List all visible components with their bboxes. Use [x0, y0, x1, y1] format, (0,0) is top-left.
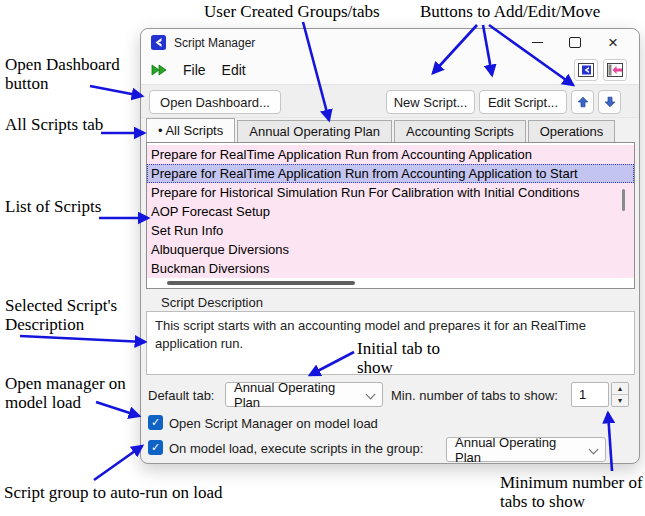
dock-arrow-icon	[607, 63, 623, 77]
annotation-initial-tab: Initial tab to show	[357, 339, 443, 377]
arrow-down-icon	[604, 96, 616, 108]
minimize-icon	[532, 42, 543, 43]
stepper-down-button[interactable]	[612, 395, 628, 406]
close-icon	[608, 34, 618, 52]
vertical-scrollbar[interactable]	[622, 189, 625, 211]
script-group-tabs: • All Scripts Annual Operating Plan Acco…	[141, 118, 639, 142]
default-tab-label: Default tab:	[148, 388, 215, 403]
app-icon	[151, 35, 166, 50]
close-button[interactable]	[601, 33, 625, 53]
annotation-open-dashboard: Open Dashboard button	[5, 55, 133, 93]
new-script-button[interactable]: New Script...	[386, 90, 475, 114]
annotation-open-manager: Open manager on model load	[5, 374, 143, 412]
list-item[interactable]: AOP Forecast Setup	[147, 202, 634, 221]
dock-window-button[interactable]	[603, 59, 627, 81]
list-item[interactable]: Albuquerque Diversions	[147, 240, 634, 259]
list-item[interactable]: Set Run Info	[147, 221, 634, 240]
toolbar: Open Dashboard... New Script... Edit Scr…	[141, 84, 639, 118]
default-tab-value: Annual Operating Plan	[234, 380, 360, 410]
min-tabs-input[interactable]: 1	[571, 382, 609, 407]
edit-script-button[interactable]: Edit Script...	[479, 90, 567, 114]
menu-bar: File Edit	[141, 56, 639, 84]
annotation-selected-description: Selected Script's Description	[5, 296, 137, 334]
tab-accounting-scripts[interactable]: Accounting Scripts	[394, 120, 526, 142]
annotation-list-of-scripts: List of Scripts	[5, 197, 101, 216]
open-on-load-checkbox[interactable]	[148, 415, 163, 430]
script-manager-window: Script Manager File Edit	[140, 28, 640, 464]
maximize-icon	[569, 37, 581, 48]
minimize-button[interactable]	[525, 33, 549, 53]
annotation-all-scripts: All Scripts tab	[5, 115, 103, 134]
tab-annual-operating-plan[interactable]: Annual Operating Plan	[237, 120, 392, 142]
title-bar: Script Manager	[141, 29, 639, 56]
open-on-load-label: Open Script Manager on model load	[169, 416, 378, 431]
tab-all-scripts[interactable]: • All Scripts	[146, 118, 235, 142]
script-description-label: Script Description	[161, 295, 263, 310]
execute-group-label: On model load, execute scripts in the gr…	[169, 441, 423, 456]
run-scripts-icon[interactable]	[151, 64, 167, 76]
annotated-screenshot: User Created Groups/tabs Buttons to Add/…	[0, 0, 645, 516]
list-item[interactable]: Buckman Diversions	[147, 259, 634, 278]
tab-operations[interactable]: Operations	[528, 120, 616, 142]
menu-edit[interactable]: Edit	[214, 60, 254, 80]
min-tabs-label: Min. number of tabs to show:	[391, 388, 558, 403]
annotation-add-edit-move: Buttons to Add/Edit/Move	[420, 2, 600, 21]
annotation-user-groups: User Created Groups/tabs	[204, 2, 380, 21]
execute-group-checkbox[interactable]	[148, 440, 163, 455]
annotation-min-tabs: Minimum number of tabs to show	[500, 473, 645, 511]
move-down-button[interactable]	[598, 90, 621, 114]
maximize-button[interactable]	[563, 33, 587, 53]
stepper-up-button[interactable]	[612, 383, 628, 395]
open-dashboard-button[interactable]: Open Dashboard...	[149, 90, 281, 114]
show-dashboard-icon-button[interactable]	[574, 59, 598, 81]
execute-group-value: Annual Operating Plan	[455, 435, 583, 465]
move-up-button[interactable]	[571, 90, 594, 114]
min-tabs-stepper	[611, 382, 629, 407]
list-item[interactable]: Prepare for RealTime Application Run fro…	[147, 145, 634, 164]
list-item-selected[interactable]: Prepare for RealTime Application Run fro…	[147, 164, 634, 183]
chevron-down-icon	[366, 390, 376, 400]
arrow-up-icon	[577, 96, 589, 108]
chevron-down-icon	[589, 445, 599, 455]
default-tab-dropdown[interactable]: Annual Operating Plan	[225, 382, 383, 407]
menu-file[interactable]: File	[175, 60, 214, 80]
riverware-box-icon	[578, 63, 594, 77]
window-title: Script Manager	[174, 36, 255, 50]
list-item[interactable]: Prepare for Historical Simulation Run Fo…	[147, 183, 634, 202]
horizontal-scrollbar[interactable]	[167, 281, 355, 285]
annotation-script-group: Script group to auto-run on load	[4, 483, 223, 502]
execute-group-dropdown[interactable]: Annual Operating Plan	[446, 437, 606, 462]
script-list: Prepare for RealTime Application Run fro…	[146, 142, 635, 289]
